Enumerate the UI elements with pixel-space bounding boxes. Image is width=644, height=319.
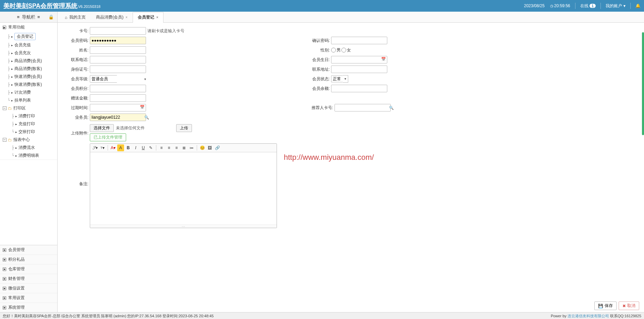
close-icon[interactable]: ×	[156, 15, 158, 19]
sidebar-group-common[interactable]: 常用功能	[0, 23, 57, 32]
nav-header[interactable]: ≡ 导航栏 ≡ 🔒	[0, 12, 57, 23]
account-menu[interactable]: 我的账户 ▾	[606, 3, 625, 9]
tabs: ⌂我的主页 商品消费(会员)× 会员登记×	[58, 12, 644, 23]
phone-field[interactable]	[90, 56, 146, 63]
gender-male-radio[interactable]	[331, 48, 336, 52]
emoji-button[interactable]: 😊	[199, 144, 206, 151]
online-indicator[interactable]: 在线 1	[580, 3, 596, 9]
remark-textarea[interactable]	[90, 152, 277, 224]
label-name: 姓名:	[64, 47, 88, 53]
image-button[interactable]: 🖼	[206, 144, 213, 151]
password-field[interactable]	[90, 37, 146, 44]
sidebar-bottom-wechat[interactable]: 微信设置	[0, 283, 57, 293]
calendar-icon[interactable]: 📅	[381, 57, 386, 61]
app-version: V6.20150318	[78, 4, 100, 9]
footer-link[interactable]: 连云港信友科技有限公司	[568, 314, 609, 318]
tab-member-register[interactable]: 会员登记×	[133, 12, 163, 22]
header-date: 2023/08/25	[524, 3, 545, 8]
referrer-lookup[interactable]: 🔍	[335, 104, 391, 111]
sidebar-group-print[interactable]: −🗀打印区	[1, 104, 57, 112]
label-gender: 性别:	[306, 47, 330, 53]
search-icon[interactable]: 🔍	[389, 106, 394, 110]
name-field[interactable]	[90, 46, 146, 54]
sidebar-item-consume-member[interactable]: ├▸商品消费(会员)	[1, 57, 57, 65]
editor-resize-handle[interactable]: ⋯	[90, 224, 277, 228]
sidebar-group-report[interactable]: −🗀报表中心	[1, 136, 57, 144]
sidebar-item-consume-detail[interactable]: └▸消费明细表	[1, 152, 57, 160]
app-title-link[interactable]: 美时美刻SPA会所管理系统	[3, 2, 77, 10]
sidebar-item-count-consume[interactable]: ├▸计次消费	[1, 88, 57, 96]
sidebar-item-fastconsume-guest[interactable]: ├▸快速消费(散客)	[1, 81, 57, 88]
editor-toolbar: ℱ▾ T▾ A▾ A B I U ✎ ≡ ≡ ≡	[90, 144, 277, 152]
sidebar-item-shift-print[interactable]: └▸交班打印	[1, 128, 57, 136]
highlight-button[interactable]: A	[117, 144, 124, 151]
sidebar-bottom-member-mgmt[interactable]: 会员管理	[0, 245, 57, 255]
balance-field[interactable]	[331, 85, 387, 92]
align-center-button[interactable]: ≡	[166, 144, 172, 151]
status-select[interactable]: ▾	[331, 75, 348, 83]
sidebar: ≡ 导航栏 ≡ 🔒 常用功能 ├▸会员登记 ├▸会员充值 ├▸会员充次 ├▸商品…	[0, 12, 58, 312]
sidebar-bottom-system[interactable]: 系统管理	[0, 303, 57, 312]
level-select[interactable]: ▾	[90, 75, 117, 83]
chevron-down-icon[interactable]: ▾	[144, 77, 146, 81]
sidebar-bottom-finance[interactable]: 财务管理	[0, 274, 57, 283]
link-button[interactable]: 🔗	[214, 144, 221, 151]
align-right-button[interactable]: ≡	[173, 144, 180, 151]
label-points: 会员积分:	[64, 86, 88, 92]
bold-button[interactable]: B	[125, 144, 132, 151]
tab-home[interactable]: ⌂我的主页	[60, 12, 91, 22]
font-family-button[interactable]: ℱ▾	[92, 144, 98, 151]
sidebar-item-consume-guest[interactable]: ├▸商品消费(散客)	[1, 65, 57, 73]
cancel-button[interactable]: ✖取消	[619, 302, 639, 310]
idno-field[interactable]	[90, 66, 146, 73]
bell-icon[interactable]: 🔔	[635, 3, 641, 8]
sidebar-item-member-times[interactable]: ├▸会员充次	[1, 49, 57, 57]
sidebar-bottom-common-set[interactable]: 常用设置	[0, 293, 57, 303]
sidebar-bottom-warehouse[interactable]: 仓库管理	[0, 264, 57, 274]
birthday-field[interactable]	[331, 56, 387, 63]
label-birthday: 会员生日:	[306, 57, 330, 63]
sidebar-item-member-recharge[interactable]: ├▸会员充值	[1, 41, 57, 49]
clear-format-button[interactable]: ✎	[147, 144, 154, 151]
font-color-button[interactable]: A▾	[110, 144, 117, 151]
label-idno: 身份证号:	[64, 67, 88, 72]
label-referrer: 推荐人卡号:	[306, 105, 333, 111]
sidebar-item-fastconsume-member[interactable]: ├▸快速消费(会员)	[1, 73, 57, 81]
save-button[interactable]: 💾保存	[594, 302, 617, 310]
font-size-button[interactable]: T▾	[99, 144, 106, 151]
calendar-icon[interactable]: 📅	[140, 105, 145, 109]
search-icon[interactable]: 🔍	[144, 115, 149, 120]
lock-icon[interactable]: 🔒	[48, 14, 54, 20]
ordered-list-button[interactable]: ≣	[181, 144, 187, 151]
choose-file-button[interactable]: 选择文件	[90, 124, 114, 132]
sidebar-bottom: 会员管理 积分礼品 仓库管理 财务管理 微信设置 常用设置 系统管理	[0, 245, 57, 312]
gender-female-radio[interactable]	[341, 48, 346, 52]
label-bonus: 赠送金额:	[64, 95, 88, 101]
card-no-field[interactable]	[90, 27, 146, 35]
sales-lookup[interactable]: 🔍	[90, 114, 146, 121]
bonus-field[interactable]	[90, 94, 146, 102]
sidebar-item-recharge-print[interactable]: ├▸充值打印	[1, 120, 57, 128]
sidebar-item-consume-print[interactable]: ├▸消费打印	[1, 112, 57, 120]
uploaded-files-button[interactable]: 已上传文件管理	[90, 133, 126, 141]
label-password: 会员密码:	[64, 38, 88, 44]
home-icon: ⌂	[65, 15, 67, 20]
password2-field[interactable]	[331, 37, 387, 44]
chevron-down-icon[interactable]: ▾	[343, 75, 348, 83]
expire-field[interactable]	[90, 104, 146, 111]
addr-field[interactable]	[331, 66, 387, 73]
points-field[interactable]	[90, 85, 146, 92]
close-icon[interactable]: ×	[125, 15, 127, 19]
close-icon: ✖	[622, 304, 626, 308]
sidebar-item-consume-flow[interactable]: ├▸消费流水	[1, 144, 57, 152]
unordered-list-button[interactable]: ≔	[188, 144, 195, 151]
sidebar-item-pending-list[interactable]: └▸挂单列表	[1, 96, 57, 104]
upload-button[interactable]: 上传	[176, 124, 192, 132]
scrollbar[interactable]	[641, 12, 644, 312]
underline-button[interactable]: U	[140, 144, 147, 151]
sidebar-bottom-points-gift[interactable]: 积分礼品	[0, 255, 57, 264]
sidebar-item-member-register[interactable]: ├▸会员登记	[1, 32, 57, 41]
italic-button[interactable]: I	[132, 144, 139, 151]
tab-consume-member[interactable]: 商品消费(会员)×	[91, 12, 133, 22]
align-left-button[interactable]: ≡	[158, 144, 165, 151]
